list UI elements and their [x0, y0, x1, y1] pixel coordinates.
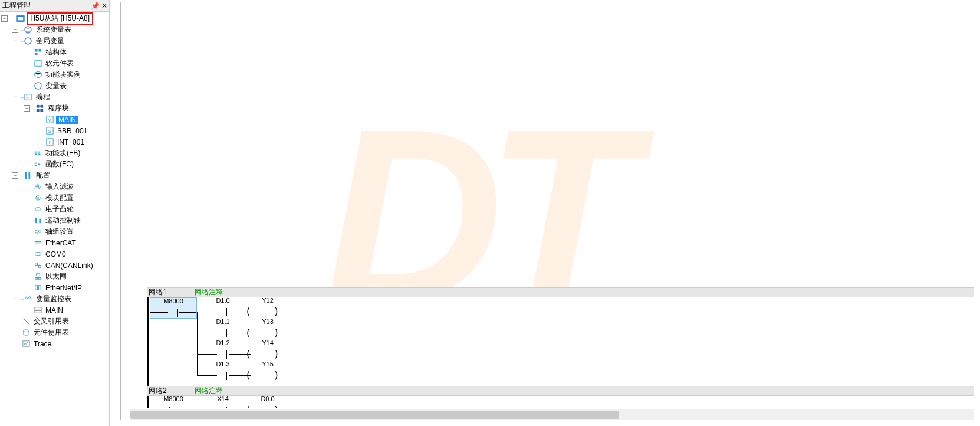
fb-icon	[33, 149, 42, 158]
ladder-editor[interactable]: DT 网络1网络注释M8000D1.0Y12()D1.1Y13()D1.2Y14…	[147, 2, 974, 408]
expand-icon[interactable]: −	[12, 38, 18, 44]
tree-softelem[interactable]: 软元件表	[0, 58, 109, 69]
tree-watch[interactable]: − ·· 变量监控表	[0, 293, 109, 304]
svg-rect-5	[38, 49, 41, 52]
tree-main[interactable]: M MAIN	[0, 114, 109, 125]
tree-fbinst[interactable]: 功能块实例	[0, 69, 109, 80]
svg-rect-10	[26, 96, 28, 96]
tree-root-label: H5U从站 [H5U-A8]	[27, 12, 93, 25]
tree-modcfg[interactable]: 模块配置	[0, 192, 109, 204]
svg-point-34	[35, 208, 40, 211]
svg-rect-4	[34, 49, 37, 52]
tree-fb[interactable]: 功能块(FB)	[0, 148, 109, 159]
svg-text:S: S	[48, 129, 51, 134]
tree-ecam[interactable]: 电子凸轮	[0, 204, 109, 215]
svg-rect-27	[34, 163, 37, 164]
svg-rect-26	[38, 153, 40, 155]
tree-ethercat[interactable]: EtherCAT	[0, 237, 109, 248]
tree-root[interactable]: − ···· H5U从站 [H5U-A8]	[0, 13, 109, 24]
scrollbar-thumb[interactable]	[130, 411, 619, 419]
ladder-contact[interactable]: M8000	[150, 297, 197, 319]
tree-inputfilter[interactable]: 输入滤波	[0, 181, 109, 192]
pin-icon[interactable]: 📌	[90, 2, 100, 10]
tree-vartable[interactable]: 变量表	[0, 80, 109, 91]
horizontal-scrollbar[interactable]	[130, 409, 974, 420]
coil-label: Y12	[237, 297, 298, 304]
tree-motionaxis[interactable]: 运动控制轴	[0, 215, 109, 226]
expand-icon[interactable]: −	[24, 105, 30, 112]
watch-icon	[24, 294, 33, 304]
tree-progblock[interactable]: − ·· 程序块	[0, 103, 109, 114]
program-icon: I	[45, 137, 54, 147]
svg-point-37	[35, 230, 38, 234]
trace-icon	[21, 339, 31, 349]
expand-icon[interactable]: −	[12, 172, 18, 179]
port-icon	[33, 250, 42, 259]
ladder-coil[interactable]: D0.0()	[251, 396, 298, 408]
globe-icon	[24, 37, 33, 46]
globe-icon	[33, 81, 42, 91]
tree-watch-main[interactable]: MAIN	[0, 304, 109, 316]
network-comment[interactable]: 网络注释	[195, 386, 223, 396]
ladder-coil[interactable]: Y14()	[251, 340, 298, 361]
signal-icon	[33, 182, 42, 192]
tree-config[interactable]: − ·· 配置	[0, 170, 109, 181]
svg-rect-46	[35, 277, 37, 279]
tree-xref[interactable]: 交叉引用表	[0, 316, 109, 327]
network-header[interactable]: 网络2网络注释	[147, 386, 974, 396]
tree-programming[interactable]: − ·· 编程	[0, 91, 109, 103]
tree-elemusage[interactable]: 元件使用表	[0, 327, 109, 338]
tree-int[interactable]: I INT_001	[0, 136, 109, 148]
expand-icon[interactable]: −	[12, 296, 18, 302]
tree-sysvar[interactable]: + ·· 系统变量表	[0, 24, 109, 35]
tree-can[interactable]: CAN(CANLink)	[0, 260, 109, 271]
tree-axisgroup[interactable]: 轴组设置	[0, 226, 109, 237]
contact-label: M8000	[150, 395, 197, 402]
network-comment[interactable]: 网络注释	[195, 287, 223, 297]
expand-icon[interactable]: −	[1, 15, 8, 22]
ladder-coil[interactable]: Y15()	[251, 361, 298, 382]
ladder-contact[interactable]: M8000	[150, 396, 197, 408]
grid-icon	[35, 104, 45, 113]
svg-point-40	[36, 254, 37, 255]
network-body[interactable]: M8000D1.0Y12()D1.1Y13()D1.2Y14()D1.3Y15(…	[147, 297, 974, 386]
tree-struct[interactable]: 结构体	[0, 47, 109, 58]
tree-enetip[interactable]: EtherNet/IP	[0, 282, 109, 293]
network-body[interactable]: M8000X14D0.0()X15D0.1()X16D0.2()X17D0.3(…	[147, 396, 974, 408]
ladder-coil[interactable]: Y12()	[251, 297, 298, 319]
tree-ethernet[interactable]: 以太网	[0, 271, 109, 282]
svg-point-51	[23, 330, 28, 332]
coil-label: Y14	[237, 339, 298, 346]
table-icon	[33, 59, 42, 68]
project-tree: − ···· H5U从站 [H5U-A8] + ·· 系统变量表 − ·· 全局…	[0, 12, 109, 426]
svg-rect-13	[37, 105, 40, 108]
tree-fc[interactable]: 函数(FC)	[0, 159, 109, 170]
list-icon	[33, 306, 42, 315]
sidebar-header: 工程管理 📌 ✕	[0, 0, 109, 12]
svg-rect-31	[29, 172, 31, 179]
tree-trace[interactable]: Trace	[0, 338, 109, 349]
editor-panel: DT 网络1网络注释M8000D1.0Y12()D1.1Y13()D1.2Y14…	[120, 2, 974, 420]
svg-rect-49	[38, 286, 41, 290]
svg-rect-14	[41, 105, 44, 108]
axis-icon	[33, 216, 42, 225]
close-icon[interactable]: ✕	[100, 2, 109, 10]
svg-text:I: I	[48, 140, 50, 145]
network-number: 网络1	[147, 287, 195, 297]
svg-point-38	[38, 231, 41, 233]
tree-sbr[interactable]: S SBR_001	[0, 125, 109, 136]
network-header[interactable]: 网络1网络注释	[147, 287, 974, 297]
expand-icon[interactable]: +	[12, 27, 18, 33]
svg-rect-43	[35, 263, 37, 266]
struct-icon	[33, 48, 42, 57]
svg-point-42	[38, 254, 40, 255]
expand-icon[interactable]: −	[12, 94, 18, 100]
svg-point-33	[37, 197, 39, 199]
ladder-coil[interactable]: Y13()	[251, 319, 298, 340]
tree-globalvar[interactable]: − ·· 全局变量	[0, 35, 109, 47]
svg-rect-48	[35, 286, 37, 290]
svg-point-41	[37, 254, 38, 255]
contact-label: M8000	[150, 297, 196, 304]
tree-com0[interactable]: COM0	[0, 248, 109, 260]
cam-icon	[33, 205, 42, 214]
